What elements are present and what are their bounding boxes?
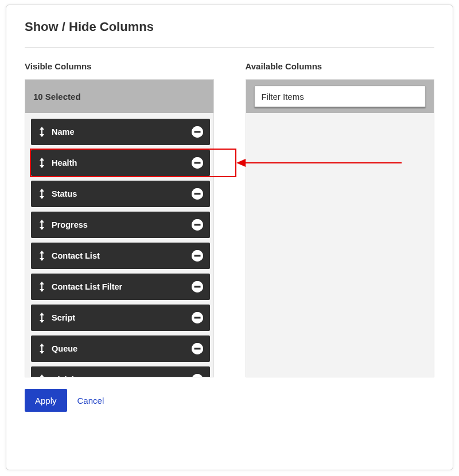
column-item-label: Name (52, 127, 192, 136)
drag-handle-icon[interactable] (38, 251, 46, 261)
drag-handle-icon[interactable] (38, 220, 46, 230)
divider (25, 47, 434, 48)
remove-column-icon[interactable] (192, 250, 203, 262)
visible-columns-listbox: 10 Selected NameHealthStatusProgressCont… (25, 79, 214, 377)
column-item[interactable]: Status (31, 181, 210, 207)
remove-column-icon[interactable] (192, 157, 203, 169)
remove-column-icon[interactable] (192, 343, 203, 354)
available-columns-listbox (246, 79, 435, 377)
column-item[interactable]: Contact List Filter (31, 274, 210, 300)
column-item[interactable]: Contact List (31, 243, 210, 269)
column-item-label: Division (52, 375, 192, 377)
remove-column-icon[interactable] (192, 126, 203, 138)
drag-handle-icon[interactable] (38, 313, 46, 323)
drag-handle-icon[interactable] (38, 282, 46, 292)
svg-point-16 (192, 374, 203, 377)
column-item-label: Contact List Filter (52, 282, 192, 291)
column-item-label: Queue (52, 344, 192, 353)
column-item[interactable]: Health (31, 150, 210, 176)
drag-handle-icon[interactable] (38, 158, 46, 168)
visible-columns-scroll[interactable]: NameHealthStatusProgressContact ListCont… (25, 113, 213, 377)
column-item[interactable]: Script (31, 305, 210, 331)
drag-handle-icon[interactable] (38, 374, 46, 377)
remove-column-icon[interactable] (192, 374, 203, 377)
columns-area: Visible Columns 10 Selected NameHealthSt… (25, 61, 434, 377)
svg-rect-11 (194, 286, 200, 288)
svg-rect-5 (194, 193, 200, 195)
drag-handle-icon[interactable] (38, 189, 46, 199)
apply-button[interactable]: Apply (25, 389, 67, 412)
svg-rect-1 (194, 131, 200, 133)
available-columns-scroll[interactable] (246, 113, 434, 377)
column-item-label: Contact List (52, 251, 192, 260)
drag-handle-icon[interactable] (38, 344, 46, 354)
column-item[interactable]: Queue (31, 335, 210, 362)
arrow-annotation-line (245, 162, 402, 163)
column-item-label: Health (52, 158, 192, 167)
show-hide-columns-dialog: Show / Hide Columns Visible Columns 10 S… (6, 5, 453, 470)
svg-rect-13 (194, 317, 200, 319)
remove-column-icon[interactable] (192, 188, 203, 200)
arrow-annotation-head (236, 159, 246, 167)
available-columns-heading: Available Columns (246, 61, 435, 71)
remove-column-icon[interactable] (192, 219, 203, 231)
visible-columns-heading: Visible Columns (25, 61, 214, 71)
svg-rect-15 (194, 348, 200, 350)
cancel-button[interactable]: Cancel (77, 396, 104, 405)
available-columns-header (246, 80, 434, 113)
remove-column-icon[interactable] (192, 281, 203, 292)
dialog-title: Show / Hide Columns (25, 19, 434, 34)
column-item[interactable]: Division (31, 366, 210, 377)
column-item-label: Progress (52, 220, 192, 229)
visible-columns-header: 10 Selected (25, 80, 213, 113)
filter-items-input[interactable] (254, 85, 426, 107)
svg-rect-9 (194, 255, 200, 257)
column-item-label: Status (52, 189, 192, 198)
drag-handle-icon[interactable] (38, 127, 46, 137)
column-item[interactable]: Name (31, 119, 210, 145)
visible-columns-panel: Visible Columns 10 Selected NameHealthSt… (25, 61, 214, 377)
remove-column-icon[interactable] (192, 312, 203, 323)
selected-count-label: 10 Selected (33, 92, 81, 102)
column-item[interactable]: Progress (31, 212, 210, 238)
column-item-label: Script (52, 313, 192, 322)
svg-rect-3 (194, 162, 200, 164)
available-columns-panel: Available Columns (246, 61, 435, 377)
svg-rect-7 (194, 224, 200, 226)
dialog-footer: Apply Cancel (25, 389, 434, 412)
